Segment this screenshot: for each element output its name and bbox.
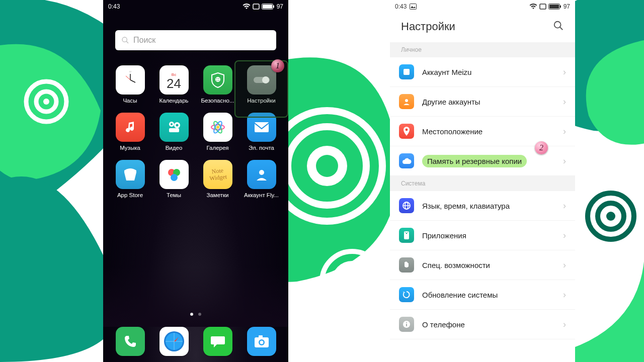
dock-messages[interactable]: [203, 327, 232, 356]
svg-rect-20: [263, 5, 272, 9]
screenshot-icon: [410, 4, 417, 10]
row-about-phone[interactable]: О телефоне ›: [390, 310, 575, 339]
music-icon: [116, 113, 145, 142]
search-icon[interactable]: [553, 20, 564, 33]
wifi-icon: [243, 4, 251, 10]
app-calendar[interactable]: Вс 24 Календарь: [152, 65, 196, 104]
svg-point-71: [405, 232, 406, 233]
sim-icon: [253, 4, 260, 10]
section-personal: Личное: [390, 42, 575, 57]
svg-point-70: [406, 233, 408, 234]
dock-camera[interactable]: [247, 327, 276, 356]
status-battery: 97: [564, 3, 570, 10]
notes-icon: Note Widget: [203, 160, 232, 189]
row-accessibility[interactable]: Спец. возможности ›: [390, 250, 575, 280]
location-icon: [399, 124, 414, 139]
svg-point-46: [171, 174, 178, 181]
status-bar: 0:43 97: [103, 0, 288, 13]
svg-rect-32: [254, 77, 270, 83]
svg-point-9: [43, 99, 49, 105]
chevron-right-icon: ›: [563, 67, 566, 77]
row-meizu-account[interactable]: Аккаунт Meizu ›: [390, 57, 575, 87]
svg-rect-69: [404, 231, 409, 239]
gallery-icon: [203, 113, 232, 142]
svg-point-3: [316, 155, 338, 177]
svg-point-61: [554, 22, 561, 28]
settings-header: Настройки: [390, 13, 575, 42]
svg-point-64: [405, 99, 408, 102]
dock: [103, 327, 288, 356]
svg-point-65: [406, 129, 408, 131]
dock-browser[interactable]: [159, 327, 189, 356]
phone-settings-screen: 0:43 97 Настройки Личное Аккаунт Meizu: [390, 0, 575, 362]
settings-icon: [247, 65, 276, 95]
chevron-right-icon: ›: [563, 230, 566, 241]
app-gallery[interactable]: Галерея: [196, 113, 239, 151]
app-themes[interactable]: Темы: [152, 160, 196, 198]
account-icon: [247, 160, 276, 189]
svg-point-17: [606, 212, 615, 221]
row-apps[interactable]: Приложения ›: [390, 221, 575, 250]
app-account[interactable]: Аккаунт Fly...: [239, 160, 283, 198]
svg-rect-59: [549, 5, 559, 9]
shield-icon: [203, 65, 232, 95]
refresh-icon: [399, 287, 414, 302]
wallpaper-mountains: [103, 266, 288, 327]
video-icon: [159, 113, 189, 142]
hand-icon: [399, 257, 414, 273]
svg-point-72: [408, 232, 409, 233]
search-bar[interactable]: Поиск: [115, 30, 276, 50]
svg-point-22: [122, 37, 127, 42]
app-security[interactable]: Безопасно...: [196, 65, 239, 104]
row-system-update[interactable]: Обновление системы ›: [390, 280, 575, 310]
row-language[interactable]: Язык, время, клавиатура ›: [390, 191, 575, 221]
app-music[interactable]: Музыка: [108, 113, 152, 151]
svg-text:12: 12: [129, 70, 131, 73]
app-settings[interactable]: Настройки 1: [239, 65, 283, 104]
chevron-right-icon: ›: [563, 319, 566, 330]
row-location[interactable]: Местоположение ›: [390, 117, 575, 146]
battery-icon: [262, 4, 275, 10]
app-clock[interactable]: 12 Часы: [108, 65, 152, 104]
search-icon: [121, 36, 129, 44]
calendar-icon: Вс 24: [159, 65, 189, 95]
svg-rect-57: [540, 4, 546, 9]
annotation-badge-1: 1: [271, 59, 284, 72]
wifi-icon: [529, 4, 537, 10]
app-notes[interactable]: Note Widget Заметки: [196, 160, 239, 198]
svg-point-55: [260, 341, 263, 344]
svg-point-38: [176, 124, 178, 127]
svg-rect-60: [560, 6, 561, 8]
settings-title: Настройки: [401, 20, 455, 33]
chevron-right-icon: ›: [563, 201, 566, 211]
chevron-right-icon: ›: [563, 156, 566, 166]
svg-rect-36: [169, 128, 179, 132]
app-video[interactable]: Видео: [152, 113, 196, 151]
svg-line-23: [126, 41, 128, 43]
row-storage-backup[interactable]: Память и резервные копии › 2: [390, 146, 575, 176]
svg-rect-18: [253, 4, 259, 9]
phone-home-screen: 0:43 97 Поиск 12 Часы Вс: [103, 0, 288, 362]
app-appstore[interactable]: App Store: [108, 160, 152, 198]
cloud-icon: [399, 153, 414, 168]
dock-phone[interactable]: [116, 327, 145, 356]
battery-icon: [548, 4, 561, 10]
svg-line-62: [560, 27, 563, 30]
users-icon: [399, 94, 414, 109]
row-other-accounts[interactable]: Другие аккаунты ›: [390, 87, 575, 117]
svg-point-75: [406, 322, 407, 323]
search-placeholder: Поиск: [133, 36, 155, 45]
svg-rect-63: [404, 69, 410, 75]
annotation-badge-2: 2: [535, 141, 548, 154]
svg-rect-53: [259, 335, 263, 338]
account-icon: [399, 64, 414, 79]
chevron-right-icon: ›: [563, 290, 566, 300]
appstore-icon: [116, 160, 145, 189]
svg-point-6: [345, 275, 359, 289]
chevron-right-icon: ›: [563, 126, 566, 137]
svg-point-42: [216, 126, 219, 129]
svg-rect-21: [273, 6, 274, 8]
themes-icon: [159, 160, 189, 189]
app-email[interactable]: Эл. почта: [239, 113, 283, 151]
page-indicator: [103, 313, 288, 316]
